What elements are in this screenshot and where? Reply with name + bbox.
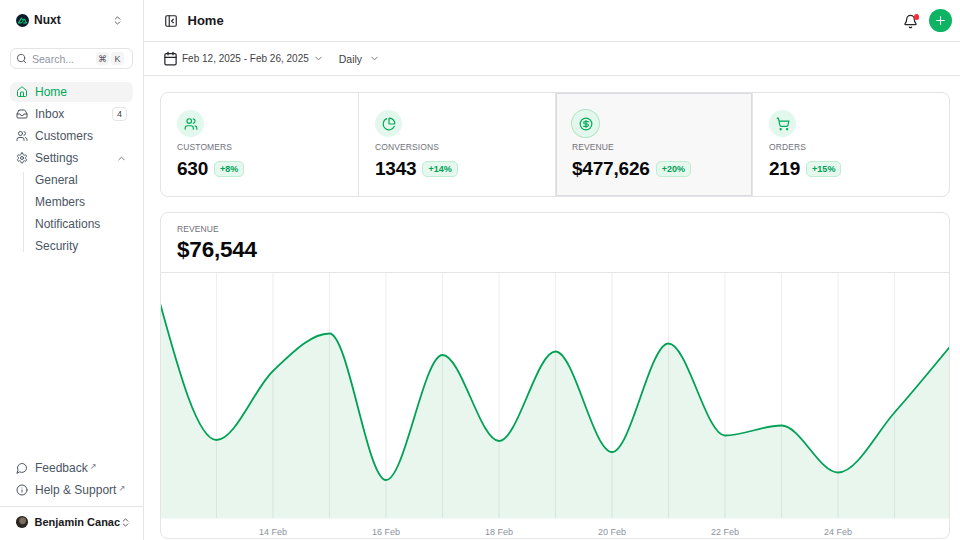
svg-text:14 Feb: 14 Feb: [259, 527, 287, 537]
svg-text:22 Feb: 22 Feb: [711, 527, 739, 537]
svg-text:18 Feb: 18 Feb: [485, 527, 513, 537]
svg-text:24 Feb: 24 Feb: [824, 527, 852, 537]
svg-text:16 Feb: 16 Feb: [372, 527, 400, 537]
svg-text:20 Feb: 20 Feb: [598, 527, 626, 537]
